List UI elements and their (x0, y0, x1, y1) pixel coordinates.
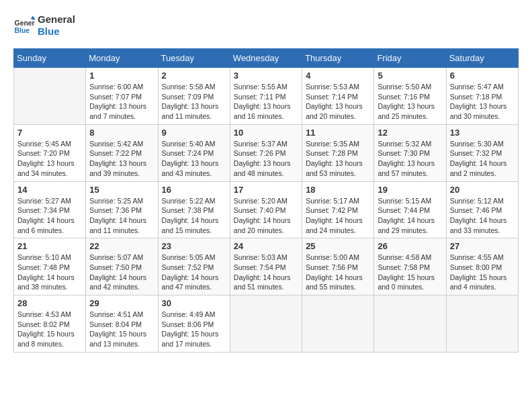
day-info: Sunrise: 5:07 AM Sunset: 7:50 PM Dayligh… (89, 253, 154, 292)
svg-text:General: General (15, 19, 35, 27)
day-cell: 27Sunrise: 4:55 AM Sunset: 8:00 PM Dayli… (446, 238, 518, 295)
day-cell: 20Sunrise: 5:12 AM Sunset: 7:46 PM Dayli… (446, 181, 518, 238)
week-row-2: 7Sunrise: 5:45 AM Sunset: 7:20 PM Daylig… (14, 124, 519, 181)
day-number: 26 (378, 241, 442, 251)
day-cell: 24Sunrise: 5:03 AM Sunset: 7:54 PM Dayli… (230, 238, 302, 295)
day-info: Sunrise: 5:37 AM Sunset: 7:26 PM Dayligh… (234, 139, 298, 179)
day-cell: 18Sunrise: 5:17 AM Sunset: 7:42 PM Dayli… (302, 181, 374, 238)
day-number: 18 (306, 185, 370, 195)
day-cell: 14Sunrise: 5:27 AM Sunset: 7:34 PM Dayli… (14, 181, 86, 238)
day-info: Sunrise: 5:30 AM Sunset: 7:32 PM Dayligh… (450, 139, 515, 179)
header-tuesday: Tuesday (158, 49, 230, 68)
day-cell: 2Sunrise: 5:58 AM Sunset: 7:09 PM Daylig… (158, 68, 230, 125)
day-number: 22 (89, 241, 154, 251)
day-number: 5 (378, 71, 442, 81)
header-row: SundayMondayTuesdayWednesdayThursdayFrid… (14, 49, 519, 68)
day-cell: 15Sunrise: 5:25 AM Sunset: 7:36 PM Dayli… (86, 181, 158, 238)
header-thursday: Thursday (302, 49, 374, 68)
day-number: 10 (234, 128, 298, 138)
calendar-table: SundayMondayTuesdayWednesdayThursdayFrid… (13, 48, 519, 353)
day-info: Sunrise: 5:35 AM Sunset: 7:28 PM Dayligh… (306, 139, 370, 179)
day-number: 30 (162, 298, 226, 308)
day-info: Sunrise: 5:47 AM Sunset: 7:18 PM Dayligh… (450, 82, 515, 122)
logo-text-blue: Blue (38, 26, 75, 38)
day-cell: 17Sunrise: 5:20 AM Sunset: 7:40 PM Dayli… (230, 181, 302, 238)
day-number: 16 (162, 185, 226, 195)
day-info: Sunrise: 5:03 AM Sunset: 7:54 PM Dayligh… (234, 253, 298, 292)
day-number: 20 (450, 185, 515, 195)
day-info: Sunrise: 5:58 AM Sunset: 7:09 PM Dayligh… (162, 82, 226, 122)
header-saturday: Saturday (446, 49, 518, 68)
day-cell (446, 295, 518, 353)
day-number: 28 (17, 298, 82, 308)
day-number: 27 (450, 241, 515, 251)
day-number: 6 (450, 71, 515, 81)
day-number: 14 (17, 185, 82, 195)
day-number: 11 (306, 128, 370, 138)
day-number: 2 (162, 71, 226, 81)
day-cell: 12Sunrise: 5:32 AM Sunset: 7:30 PM Dayli… (374, 124, 446, 181)
svg-text:Blue: Blue (15, 27, 30, 34)
day-number: 12 (378, 128, 442, 138)
day-info: Sunrise: 5:42 AM Sunset: 7:22 PM Dayligh… (89, 139, 154, 179)
day-info: Sunrise: 5:10 AM Sunset: 7:48 PM Dayligh… (17, 253, 82, 292)
week-row-4: 21Sunrise: 5:10 AM Sunset: 7:48 PM Dayli… (14, 238, 519, 295)
day-number: 29 (89, 298, 154, 308)
day-info: Sunrise: 5:00 AM Sunset: 7:56 PM Dayligh… (306, 253, 370, 292)
day-info: Sunrise: 4:55 AM Sunset: 8:00 PM Dayligh… (450, 253, 515, 292)
day-info: Sunrise: 5:53 AM Sunset: 7:14 PM Dayligh… (306, 82, 370, 122)
day-info: Sunrise: 5:17 AM Sunset: 7:42 PM Dayligh… (306, 196, 370, 236)
day-cell: 8Sunrise: 5:42 AM Sunset: 7:22 PM Daylig… (86, 124, 158, 181)
week-row-5: 28Sunrise: 4:53 AM Sunset: 8:02 PM Dayli… (14, 295, 519, 353)
day-cell (374, 295, 446, 353)
day-info: Sunrise: 4:49 AM Sunset: 8:06 PM Dayligh… (162, 310, 226, 349)
day-number: 8 (89, 128, 154, 138)
day-cell (230, 295, 302, 353)
day-cell: 13Sunrise: 5:30 AM Sunset: 7:32 PM Dayli… (446, 124, 518, 181)
day-info: Sunrise: 5:45 AM Sunset: 7:20 PM Dayligh… (17, 139, 82, 179)
logo: General Blue General Blue (13, 13, 75, 38)
day-cell (14, 68, 86, 125)
logo-icon: General Blue (13, 15, 35, 36)
day-cell: 29Sunrise: 4:51 AM Sunset: 8:04 PM Dayli… (86, 295, 158, 353)
day-cell: 7Sunrise: 5:45 AM Sunset: 7:20 PM Daylig… (14, 124, 86, 181)
day-info: Sunrise: 5:32 AM Sunset: 7:30 PM Dayligh… (378, 139, 442, 179)
day-cell: 6Sunrise: 5:47 AM Sunset: 7:18 PM Daylig… (446, 68, 518, 125)
day-cell: 9Sunrise: 5:40 AM Sunset: 7:24 PM Daylig… (158, 124, 230, 181)
day-number: 15 (89, 185, 154, 195)
day-number: 25 (306, 241, 370, 251)
day-cell: 1Sunrise: 6:00 AM Sunset: 7:07 PM Daylig… (86, 68, 158, 125)
day-info: Sunrise: 5:05 AM Sunset: 7:52 PM Dayligh… (162, 253, 226, 292)
day-cell: 11Sunrise: 5:35 AM Sunset: 7:28 PM Dayli… (302, 124, 374, 181)
header-monday: Monday (86, 49, 158, 68)
day-number: 24 (234, 241, 298, 251)
day-info: Sunrise: 5:22 AM Sunset: 7:38 PM Dayligh… (162, 196, 226, 236)
day-info: Sunrise: 4:51 AM Sunset: 8:04 PM Dayligh… (89, 310, 154, 349)
header-sunday: Sunday (14, 49, 86, 68)
day-cell: 30Sunrise: 4:49 AM Sunset: 8:06 PM Dayli… (158, 295, 230, 353)
week-row-3: 14Sunrise: 5:27 AM Sunset: 7:34 PM Dayli… (14, 181, 519, 238)
day-info: Sunrise: 5:15 AM Sunset: 7:44 PM Dayligh… (378, 196, 442, 236)
day-cell: 26Sunrise: 4:58 AM Sunset: 7:58 PM Dayli… (374, 238, 446, 295)
day-cell: 5Sunrise: 5:50 AM Sunset: 7:16 PM Daylig… (374, 68, 446, 125)
day-info: Sunrise: 5:40 AM Sunset: 7:24 PM Dayligh… (162, 139, 226, 179)
day-number: 23 (162, 241, 226, 251)
day-cell: 19Sunrise: 5:15 AM Sunset: 7:44 PM Dayli… (374, 181, 446, 238)
day-info: Sunrise: 5:20 AM Sunset: 7:40 PM Dayligh… (234, 196, 298, 236)
week-row-1: 1Sunrise: 6:00 AM Sunset: 7:07 PM Daylig… (14, 68, 519, 125)
day-info: Sunrise: 5:25 AM Sunset: 7:36 PM Dayligh… (89, 196, 154, 236)
day-number: 7 (17, 128, 82, 138)
day-info: Sunrise: 4:58 AM Sunset: 7:58 PM Dayligh… (378, 253, 442, 292)
day-number: 9 (162, 128, 226, 138)
day-number: 3 (234, 71, 298, 81)
day-number: 21 (17, 241, 82, 251)
day-info: Sunrise: 5:55 AM Sunset: 7:11 PM Dayligh… (234, 82, 298, 122)
day-cell: 16Sunrise: 5:22 AM Sunset: 7:38 PM Dayli… (158, 181, 230, 238)
header-wednesday: Wednesday (230, 49, 302, 68)
day-info: Sunrise: 5:12 AM Sunset: 7:46 PM Dayligh… (450, 196, 515, 236)
day-cell: 4Sunrise: 5:53 AM Sunset: 7:14 PM Daylig… (302, 68, 374, 125)
day-cell (302, 295, 374, 353)
day-info: Sunrise: 6:00 AM Sunset: 7:07 PM Dayligh… (89, 82, 154, 122)
day-number: 1 (89, 71, 154, 81)
page-header: General Blue General Blue (13, 13, 519, 38)
